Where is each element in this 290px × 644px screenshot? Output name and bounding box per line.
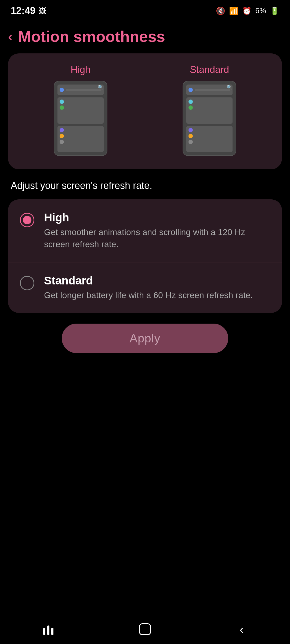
back-button[interactable]: ‹ bbox=[8, 30, 13, 43]
page-title: Motion smoothness bbox=[18, 27, 165, 45]
std-dot-purple bbox=[189, 128, 193, 132]
dot-teal bbox=[60, 100, 64, 104]
mute-icon: 🔇 bbox=[216, 6, 225, 15]
standard-phone-mockup: 🔍 bbox=[183, 81, 236, 156]
photo-icon: 🖼 bbox=[39, 6, 46, 15]
preview-card: High 🔍 Standard 🔍 bbox=[8, 53, 282, 169]
standard-option-desc: Get longer battery life with a 60 Hz scr… bbox=[44, 289, 270, 301]
standard-option-text: Standard Get longer battery life with a … bbox=[44, 274, 270, 301]
alarm-icon: ⏰ bbox=[242, 6, 252, 15]
dot-gray-1 bbox=[60, 140, 64, 144]
standard-preview: Standard 🔍 bbox=[150, 64, 269, 156]
std-dot-blue-1 bbox=[189, 88, 193, 92]
high-radio-fill bbox=[23, 216, 31, 224]
nav-bar: ‹ bbox=[0, 617, 290, 644]
status-left: 12:49 🖼 bbox=[11, 5, 46, 16]
high-option-text: High Get smoother animations and scrolli… bbox=[44, 211, 270, 250]
high-preview: High 🔍 bbox=[21, 64, 140, 156]
high-option-desc: Get smoother animations and scrolling wi… bbox=[44, 226, 270, 250]
mockup-row-2 bbox=[57, 97, 104, 124]
standard-search-icon: 🔍 bbox=[227, 85, 233, 90]
wifi-icon: 📶 bbox=[229, 6, 238, 15]
home-icon bbox=[139, 623, 151, 635]
standard-preview-label: Standard bbox=[190, 64, 229, 75]
high-phone-mockup: 🔍 bbox=[54, 81, 107, 156]
battery-charging-icon: 🔋 bbox=[270, 6, 279, 15]
recent-apps-button[interactable] bbox=[38, 621, 59, 637]
back-nav-icon: ‹ bbox=[240, 622, 244, 636]
dot-blue-1 bbox=[60, 88, 64, 92]
mockup-row-1 bbox=[57, 85, 104, 95]
high-option[interactable]: High Get smoother animations and scrolli… bbox=[8, 199, 282, 262]
options-card: High Get smoother animations and scrolli… bbox=[8, 199, 282, 313]
high-option-title: High bbox=[44, 211, 270, 224]
high-search-icon: 🔍 bbox=[98, 85, 104, 90]
mockup-row-3 bbox=[57, 126, 104, 152]
dot-orange-1 bbox=[60, 134, 64, 138]
high-preview-label: High bbox=[71, 64, 90, 75]
standard-radio[interactable] bbox=[20, 276, 34, 290]
apply-button[interactable]: Apply bbox=[62, 324, 228, 353]
back-nav-button[interactable]: ‹ bbox=[231, 621, 252, 637]
std-dot-green bbox=[189, 105, 193, 110]
std-mockup-row-3 bbox=[186, 126, 233, 152]
high-radio[interactable] bbox=[20, 213, 34, 227]
std-mockup-row-1 bbox=[186, 85, 233, 95]
dot-purple-1 bbox=[60, 128, 64, 132]
standard-option-title: Standard bbox=[44, 274, 270, 287]
status-time: 12:49 bbox=[11, 5, 35, 16]
std-mockup-row-2 bbox=[186, 97, 233, 124]
std-dot-gray bbox=[189, 140, 193, 144]
home-button[interactable] bbox=[134, 621, 156, 637]
recent-apps-icon bbox=[43, 623, 53, 635]
standard-option[interactable]: Standard Get longer battery life with a … bbox=[8, 262, 282, 313]
std-dot-orange bbox=[189, 134, 193, 138]
refresh-rate-subtitle: Adjust your screen's refresh rate. bbox=[0, 177, 290, 199]
header: ‹ Motion smoothness bbox=[0, 19, 290, 51]
status-bar: 12:49 🖼 🔇 📶 ⏰ 6% 🔋 bbox=[0, 0, 290, 19]
battery-indicator: 6% bbox=[255, 6, 266, 15]
std-dot-teal bbox=[189, 100, 193, 104]
dot-green bbox=[60, 105, 64, 110]
status-right: 🔇 📶 ⏰ 6% 🔋 bbox=[216, 6, 279, 15]
